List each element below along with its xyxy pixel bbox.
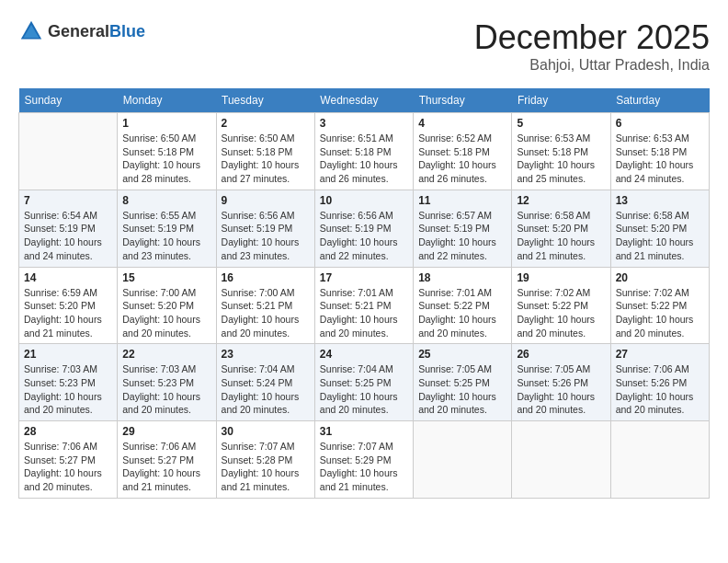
day-info: Sunrise: 6:58 AMSunset: 5:20 PMDaylight:… — [517, 209, 605, 263]
calendar-cell: 2Sunrise: 6:50 AMSunset: 5:18 PMDaylight… — [216, 113, 314, 190]
month-title: December 2025 — [474, 18, 710, 57]
weekday-monday: Monday — [118, 88, 216, 113]
weekday-tuesday: Tuesday — [216, 88, 314, 113]
calendar-week-2: 7Sunrise: 6:54 AMSunset: 5:19 PMDaylight… — [19, 190, 710, 267]
day-number: 5 — [517, 117, 605, 130]
day-number: 18 — [418, 271, 506, 284]
day-number: 12 — [517, 194, 605, 207]
calendar-cell — [610, 421, 709, 499]
weekday-saturday: Saturday — [610, 88, 709, 113]
logo-text-general: General — [48, 22, 109, 40]
day-number: 9 — [222, 194, 310, 207]
day-number: 20 — [616, 271, 704, 284]
calendar-cell: 4Sunrise: 6:52 AMSunset: 5:18 PMDaylight… — [414, 113, 512, 190]
day-info: Sunrise: 6:57 AMSunset: 5:19 PMDaylight:… — [418, 209, 506, 263]
calendar-week-1: 1Sunrise: 6:50 AMSunset: 5:18 PMDaylight… — [19, 113, 710, 190]
calendar-cell: 30Sunrise: 7:07 AMSunset: 5:28 PMDayligh… — [216, 421, 314, 499]
day-info: Sunrise: 7:00 AMSunset: 5:21 PMDaylight:… — [222, 286, 310, 340]
day-number: 10 — [320, 194, 408, 207]
calendar-cell: 20Sunrise: 7:02 AMSunset: 5:22 PMDayligh… — [610, 267, 709, 344]
day-number: 28 — [24, 425, 112, 438]
calendar-cell: 19Sunrise: 7:02 AMSunset: 5:22 PMDayligh… — [512, 267, 610, 344]
calendar-cell: 15Sunrise: 7:00 AMSunset: 5:20 PMDayligh… — [118, 267, 216, 344]
calendar-cell: 24Sunrise: 7:04 AMSunset: 5:25 PMDayligh… — [314, 344, 413, 421]
day-info: Sunrise: 7:06 AMSunset: 5:26 PMDaylight:… — [616, 362, 704, 417]
day-info: Sunrise: 7:07 AMSunset: 5:29 PMDaylight:… — [320, 440, 408, 494]
day-info: Sunrise: 6:51 AMSunset: 5:18 PMDaylight:… — [320, 132, 408, 186]
day-number: 13 — [616, 194, 704, 207]
weekday-wednesday: Wednesday — [314, 88, 413, 113]
calendar-cell: 29Sunrise: 7:06 AMSunset: 5:27 PMDayligh… — [118, 421, 216, 499]
calendar-cell: 17Sunrise: 7:01 AMSunset: 5:21 PMDayligh… — [314, 267, 413, 344]
calendar-cell — [414, 421, 512, 499]
day-number: 3 — [320, 117, 408, 130]
day-number: 2 — [222, 117, 310, 130]
calendar-cell — [19, 113, 118, 190]
day-number: 4 — [418, 117, 506, 130]
day-number: 16 — [222, 271, 310, 284]
day-info: Sunrise: 7:05 AMSunset: 5:26 PMDaylight:… — [517, 362, 605, 417]
day-number: 21 — [24, 348, 112, 361]
calendar-cell: 12Sunrise: 6:58 AMSunset: 5:20 PMDayligh… — [512, 190, 610, 267]
calendar-cell: 27Sunrise: 7:06 AMSunset: 5:26 PMDayligh… — [610, 344, 709, 421]
day-info: Sunrise: 7:01 AMSunset: 5:21 PMDaylight:… — [320, 286, 408, 340]
day-number: 23 — [222, 348, 310, 361]
calendar-cell: 13Sunrise: 6:58 AMSunset: 5:20 PMDayligh… — [610, 190, 709, 267]
day-info: Sunrise: 7:04 AMSunset: 5:24 PMDaylight:… — [222, 362, 310, 417]
day-number: 8 — [122, 194, 210, 207]
day-number: 14 — [24, 271, 112, 284]
calendar-cell: 18Sunrise: 7:01 AMSunset: 5:22 PMDayligh… — [414, 267, 512, 344]
calendar-cell: 3Sunrise: 6:51 AMSunset: 5:18 PMDaylight… — [314, 113, 413, 190]
calendar-cell: 21Sunrise: 7:03 AMSunset: 5:23 PMDayligh… — [19, 344, 118, 421]
calendar-week-4: 21Sunrise: 7:03 AMSunset: 5:23 PMDayligh… — [19, 344, 710, 421]
calendar-cell: 28Sunrise: 7:06 AMSunset: 5:27 PMDayligh… — [19, 421, 118, 499]
day-info: Sunrise: 6:53 AMSunset: 5:18 PMDaylight:… — [616, 132, 704, 186]
location-title: Bahjoi, Uttar Pradesh, India — [474, 57, 710, 74]
calendar-cell: 8Sunrise: 6:55 AMSunset: 5:19 PMDaylight… — [118, 190, 216, 267]
day-number: 7 — [24, 194, 112, 207]
weekday-header-row: SundayMondayTuesdayWednesdayThursdayFrid… — [19, 88, 710, 113]
calendar-cell: 23Sunrise: 7:04 AMSunset: 5:24 PMDayligh… — [216, 344, 314, 421]
calendar-table: SundayMondayTuesdayWednesdayThursdayFrid… — [18, 88, 710, 499]
day-number: 11 — [418, 194, 506, 207]
day-info: Sunrise: 6:53 AMSunset: 5:18 PMDaylight:… — [517, 132, 605, 186]
calendar-cell: 1Sunrise: 6:50 AMSunset: 5:18 PMDaylight… — [118, 113, 216, 190]
day-info: Sunrise: 6:52 AMSunset: 5:18 PMDaylight:… — [418, 132, 506, 186]
calendar-cell: 22Sunrise: 7:03 AMSunset: 5:23 PMDayligh… — [118, 344, 216, 421]
weekday-thursday: Thursday — [414, 88, 512, 113]
day-number: 17 — [320, 271, 408, 284]
day-number: 19 — [517, 271, 605, 284]
calendar-cell: 26Sunrise: 7:05 AMSunset: 5:26 PMDayligh… — [512, 344, 610, 421]
day-number: 22 — [122, 348, 210, 361]
day-info: Sunrise: 7:05 AMSunset: 5:25 PMDaylight:… — [418, 362, 506, 417]
weekday-sunday: Sunday — [19, 88, 118, 113]
calendar-cell: 31Sunrise: 7:07 AMSunset: 5:29 PMDayligh… — [314, 421, 413, 499]
day-number: 1 — [122, 117, 210, 130]
day-info: Sunrise: 6:56 AMSunset: 5:19 PMDaylight:… — [222, 209, 310, 263]
calendar-cell: 14Sunrise: 6:59 AMSunset: 5:20 PMDayligh… — [19, 267, 118, 344]
calendar-cell: 9Sunrise: 6:56 AMSunset: 5:19 PMDaylight… — [216, 190, 314, 267]
logo-icon — [18, 18, 44, 44]
day-info: Sunrise: 7:00 AMSunset: 5:20 PMDaylight:… — [122, 286, 210, 340]
day-number: 27 — [616, 348, 704, 361]
day-info: Sunrise: 7:03 AMSunset: 5:23 PMDaylight:… — [24, 362, 112, 417]
page-header: GeneralBlue December 2025 Bahjoi, Uttar … — [18, 18, 710, 74]
calendar-cell: 10Sunrise: 6:56 AMSunset: 5:19 PMDayligh… — [314, 190, 413, 267]
title-area: December 2025 Bahjoi, Uttar Pradesh, Ind… — [474, 18, 710, 74]
day-info: Sunrise: 6:58 AMSunset: 5:20 PMDaylight:… — [616, 209, 704, 263]
day-number: 15 — [122, 271, 210, 284]
day-info: Sunrise: 7:01 AMSunset: 5:22 PMDaylight:… — [418, 286, 506, 340]
calendar-week-3: 14Sunrise: 6:59 AMSunset: 5:20 PMDayligh… — [19, 267, 710, 344]
calendar-cell: 7Sunrise: 6:54 AMSunset: 5:19 PMDaylight… — [19, 190, 118, 267]
calendar-cell: 25Sunrise: 7:05 AMSunset: 5:25 PMDayligh… — [414, 344, 512, 421]
day-info: Sunrise: 7:06 AMSunset: 5:27 PMDaylight:… — [122, 440, 210, 494]
day-info: Sunrise: 7:06 AMSunset: 5:27 PMDaylight:… — [24, 440, 112, 494]
calendar-week-5: 28Sunrise: 7:06 AMSunset: 5:27 PMDayligh… — [19, 421, 710, 499]
day-number: 29 — [122, 425, 210, 438]
day-number: 26 — [517, 348, 605, 361]
calendar-cell: 11Sunrise: 6:57 AMSunset: 5:19 PMDayligh… — [414, 190, 512, 267]
logo: GeneralBlue — [18, 18, 145, 44]
calendar-cell: 6Sunrise: 6:53 AMSunset: 5:18 PMDaylight… — [610, 113, 709, 190]
day-info: Sunrise: 7:03 AMSunset: 5:23 PMDaylight:… — [122, 362, 210, 417]
day-info: Sunrise: 6:56 AMSunset: 5:19 PMDaylight:… — [320, 209, 408, 263]
